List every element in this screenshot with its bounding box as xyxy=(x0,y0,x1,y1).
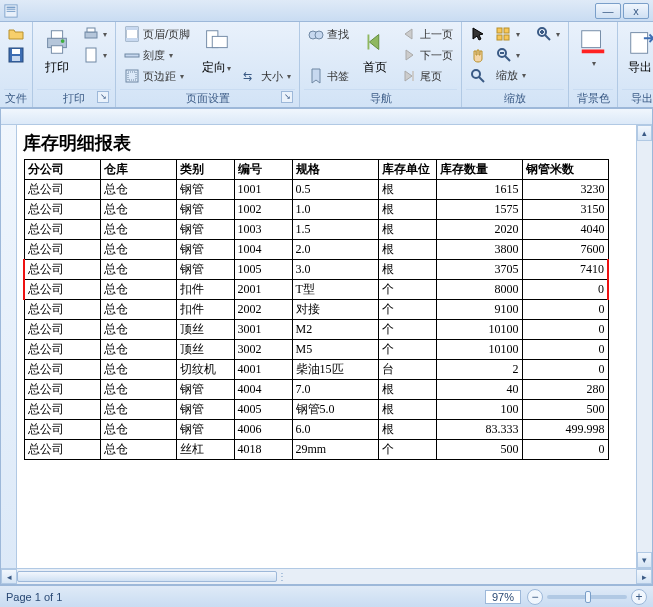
zoom-out-icon xyxy=(496,47,512,63)
table-row: 总公司总仓钢管4005钢管5.0根100500 xyxy=(24,400,608,420)
export-button[interactable]: 导出▾ xyxy=(622,24,653,79)
ruler-left xyxy=(1,125,17,568)
svg-rect-42 xyxy=(631,33,648,54)
orientation-button[interactable]: 定向▾ xyxy=(196,24,236,79)
cell: 总仓 xyxy=(100,200,176,220)
cell: 总公司 xyxy=(24,340,100,360)
col-header: 类别 xyxy=(176,160,234,180)
cell: 个 xyxy=(378,320,436,340)
table-row: 总公司总仓钢管10053.0根37057410 xyxy=(24,260,608,280)
many-pages-button[interactable]: ▾ xyxy=(492,24,530,44)
dropdown-icon: ▾ xyxy=(103,30,107,39)
cell: 总公司 xyxy=(24,260,100,280)
zoom-plus-button[interactable]: + xyxy=(631,589,647,605)
cell: 钢管 xyxy=(176,200,234,220)
cell: 2020 xyxy=(436,220,522,240)
size-button[interactable]: ⇆大小▾ xyxy=(238,66,295,86)
find-button[interactable]: 查找 xyxy=(304,24,353,44)
cell: 总仓 xyxy=(100,360,176,380)
scroll-left-icon[interactable]: ◂ xyxy=(1,569,17,584)
next-page-button[interactable]: 下一页 xyxy=(397,45,457,65)
scroll-down-icon[interactable]: ▾ xyxy=(637,552,652,568)
last-icon xyxy=(401,68,417,84)
margin-button[interactable]: 页边距▾ xyxy=(120,66,194,86)
first-page-button[interactable]: 首页 xyxy=(355,24,395,79)
cell: 总仓 xyxy=(100,420,176,440)
table-row: 总公司总仓钢管10042.0根38007600 xyxy=(24,240,608,260)
open-button[interactable] xyxy=(4,24,28,44)
cell: 1001 xyxy=(234,180,292,200)
dialog-launcher[interactable]: ↘ xyxy=(281,91,293,103)
svg-rect-8 xyxy=(51,31,62,39)
cell: 总公司 xyxy=(24,380,100,400)
dialog-launcher[interactable]: ↘ xyxy=(97,91,109,103)
bgcolor-button[interactable]: ▾ xyxy=(573,24,613,71)
floppy-icon xyxy=(8,47,24,63)
cell: 0 xyxy=(522,320,608,340)
cell: 3001 xyxy=(234,320,292,340)
cell: 3.0 xyxy=(292,260,378,280)
zoom-slider[interactable] xyxy=(547,595,627,599)
cell: 2001 xyxy=(234,280,292,300)
cell: 1.0 xyxy=(292,200,378,220)
binoculars-icon xyxy=(308,26,324,42)
scroll-right-icon[interactable]: ▸ xyxy=(636,569,652,584)
cell: 钢管 xyxy=(176,180,234,200)
bookmark-button[interactable]: 书签 xyxy=(304,66,353,86)
orientation-icon xyxy=(201,27,231,57)
pointer-tool-button[interactable] xyxy=(466,24,490,44)
cell: 499.998 xyxy=(522,420,608,440)
svg-rect-30 xyxy=(504,28,509,33)
cell: 3150 xyxy=(522,200,608,220)
svg-rect-29 xyxy=(497,28,502,33)
color-fill-icon xyxy=(578,27,608,57)
ruler-top xyxy=(1,109,652,125)
zoom-out-button[interactable]: ▾ xyxy=(492,45,530,65)
cell: 总仓 xyxy=(100,400,176,420)
close-button[interactable]: x xyxy=(623,3,649,19)
svg-rect-40 xyxy=(582,31,601,48)
svg-rect-21 xyxy=(212,36,227,47)
hand-tool-button[interactable] xyxy=(466,45,490,65)
vertical-scrollbar[interactable]: ▴ ▾ xyxy=(636,125,652,568)
svg-rect-13 xyxy=(86,48,96,62)
print-button[interactable]: 打印 xyxy=(37,24,77,79)
last-page-button[interactable]: 尾页 xyxy=(397,66,457,86)
zoom-minus-button[interactable]: − xyxy=(527,589,543,605)
cell: 0 xyxy=(522,360,608,380)
save-button[interactable] xyxy=(4,45,28,65)
pointer-icon xyxy=(470,26,486,42)
cell: 总仓 xyxy=(100,440,176,460)
statusbar: Page 1 of 1 97% − + xyxy=(0,585,653,607)
scroll-thumb[interactable] xyxy=(17,571,277,582)
zoom-in-button[interactable]: ▾ xyxy=(532,24,564,44)
svg-rect-32 xyxy=(504,35,509,40)
cell: 钢管 xyxy=(176,260,234,280)
svg-rect-19 xyxy=(128,72,136,80)
scale-button[interactable]: 刻度▾ xyxy=(120,45,194,65)
cell: 3002 xyxy=(234,340,292,360)
prev-page-button[interactable]: 上一页 xyxy=(397,24,457,44)
minimize-button[interactable]: — xyxy=(595,3,621,19)
col-header: 库存数量 xyxy=(436,160,522,180)
group-pagesetup-label: 页面设置 xyxy=(186,92,230,104)
quick-print-button[interactable]: ▾ xyxy=(79,24,111,44)
horizontal-scrollbar[interactable]: ◂ ⋮ ▸ xyxy=(1,568,652,584)
cell: 总仓 xyxy=(100,260,176,280)
document-viewport[interactable]: 库存明细报表 分公司仓库类别编号规格库存单位库存数量钢管米数总公司总仓钢管100… xyxy=(17,125,636,568)
zoom-dropdown[interactable]: 缩放▾ xyxy=(492,66,530,85)
svg-rect-9 xyxy=(51,46,62,54)
cell: 4004 xyxy=(234,380,292,400)
cell: 4006 xyxy=(234,420,292,440)
cell: 根 xyxy=(378,180,436,200)
header-footer-button[interactable]: 页眉/页脚 xyxy=(120,24,194,44)
zoom-slider-thumb[interactable] xyxy=(585,591,591,603)
group-export: 导出▾ 导出 xyxy=(618,22,653,107)
svg-rect-26 xyxy=(412,71,414,81)
scroll-up-icon[interactable]: ▴ xyxy=(637,125,652,141)
table-row: 总公司总仓切纹机4001柴油15匹台20 xyxy=(24,360,608,380)
svg-point-10 xyxy=(61,39,65,43)
print-opts-button[interactable]: ▾ xyxy=(79,45,111,65)
magnifier-tool-button[interactable] xyxy=(466,66,490,86)
zoom-level[interactable]: 97% xyxy=(485,590,521,604)
